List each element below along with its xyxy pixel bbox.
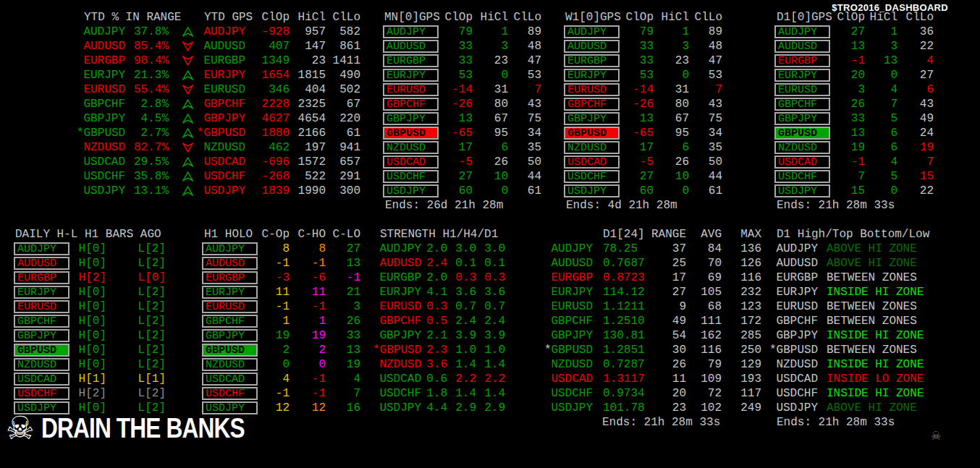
value-cell: 2228 <box>245 98 290 111</box>
value-cell: 7 <box>830 170 865 183</box>
pair-box[interactable]: GBPCHF <box>14 315 69 328</box>
pair-box[interactable]: GBPJPY <box>14 329 69 342</box>
pair-box[interactable]: USDCHF <box>774 170 830 183</box>
pair-box[interactable]: GBPCHF <box>564 98 620 111</box>
pair-box[interactable]: NZDUSD <box>383 141 439 154</box>
pair-box[interactable]: EURGBP <box>383 54 439 67</box>
pair-box[interactable]: GBPUSD <box>202 344 258 357</box>
pair-box[interactable]: EURJPY <box>774 69 830 82</box>
value-cell: 3.9 <box>476 329 505 342</box>
pair-box[interactable]: AUDJPY <box>564 25 620 38</box>
pair-label: USDCAD <box>77 156 125 169</box>
value-cell: -3 <box>258 271 290 284</box>
pair-box[interactable]: USDCAD <box>564 156 620 169</box>
pair-box[interactable]: USDJPY <box>774 184 830 197</box>
pair-box[interactable]: EURJPY <box>14 286 69 299</box>
pair-box[interactable]: AUDUSD <box>383 40 439 53</box>
pair-box[interactable]: USDJPY <box>564 184 620 197</box>
row-EURGBP: EURGBP332347 <box>564 54 722 68</box>
pair-box[interactable]: AUDUSD <box>14 257 69 270</box>
pair-box[interactable]: AUDUSD <box>202 257 258 270</box>
pair-box[interactable]: EURUSD <box>564 83 620 96</box>
value-cell: 0.8723 <box>593 271 644 284</box>
pair-box[interactable]: NZDUSD <box>14 358 69 371</box>
value-cell: L[2] <box>106 344 166 357</box>
pair-label: NZDUSD <box>778 142 817 154</box>
arrow-down-icon <box>169 85 193 95</box>
pair-box[interactable]: AUDJPY <box>14 242 69 255</box>
pair-box[interactable]: USDCHF <box>564 170 620 183</box>
row-USDCHF: USDCHF-268522291 <box>197 169 360 184</box>
row-USDJPY: USDJPYABOVE HI ZONE <box>769 401 941 415</box>
value-cell: 490 <box>326 69 360 82</box>
value-cell: 27 <box>644 286 686 299</box>
pair-box[interactable]: NZDUSD <box>564 141 620 154</box>
pair-box[interactable]: EURGBP <box>564 54 620 67</box>
pair-box[interactable]: EURJPY <box>564 69 620 82</box>
pair-box[interactable]: GBPUSD <box>383 127 439 140</box>
pair-label: USDCAD <box>373 373 421 386</box>
pair-box[interactable]: EURGBP <box>14 271 69 284</box>
value-cell: 300 <box>326 184 360 197</box>
pair-label: GBPUSD <box>386 127 426 140</box>
header-cell: MN[0]GPS <box>383 10 439 25</box>
pair-box[interactable]: USDJPY <box>383 184 439 197</box>
pair-box[interactable]: EURUSD <box>202 300 258 313</box>
value-cell: 16 <box>326 401 360 414</box>
pair-box[interactable]: EURUSD <box>774 83 830 96</box>
pair-box[interactable]: AUDJPY <box>202 242 258 255</box>
pair-box[interactable]: GBPJPY <box>383 112 439 125</box>
pair-box[interactable]: USDCAD <box>383 156 439 169</box>
value-cell: -5 <box>439 156 473 169</box>
pair-box[interactable]: EURUSD <box>14 300 69 313</box>
pair-box[interactable]: GBPJPY <box>774 112 830 125</box>
countdown-ends: Ends: 21h 28m 33s <box>774 198 934 213</box>
pair-label: EURGBP <box>386 55 426 67</box>
pair-box[interactable]: GBPCHF <box>774 98 830 111</box>
d1-zones-table: D1 High/Top Bottom/LowAUDJPYABOVE HI ZON… <box>769 227 941 430</box>
pair-box[interactable]: EURGBP <box>202 271 258 284</box>
header-cell: W1[0]GPS <box>564 10 620 25</box>
pair-box[interactable]: AUDJPY <box>774 25 830 38</box>
pair-box[interactable]: USDCAD <box>774 156 830 169</box>
pair-box[interactable]: EURJPY <box>383 69 439 82</box>
row-GBPJPY: GBPJPY33549 <box>774 111 934 126</box>
value-cell: 1990 <box>290 184 326 197</box>
pair-box[interactable]: EURGBP <box>774 54 830 67</box>
pair-box[interactable]: USDCHF <box>14 387 69 400</box>
pair-box[interactable]: GBPCHF <box>202 315 258 328</box>
pair-box[interactable]: GBPCHF <box>383 98 439 111</box>
pair-box[interactable]: AUDUSD <box>564 40 620 53</box>
pair-box[interactable]: AUDJPY <box>383 25 439 38</box>
pair-box[interactable]: GBPUSD <box>14 344 69 357</box>
pair-box[interactable]: USDCAD <box>202 373 258 386</box>
row-GBPUSD: GBPUSD-659534 <box>564 126 722 140</box>
pair-box[interactable]: GBPUSD <box>774 127 830 140</box>
value-cell: 6 <box>654 141 689 154</box>
value-cell: INSIDE HI ZONE <box>818 387 941 400</box>
pair-label: AUDUSD <box>206 258 245 270</box>
pair-box[interactable]: USDCHF <box>202 387 258 400</box>
value-cell: 0 <box>258 358 290 371</box>
pair-label: GBPCHF <box>77 98 125 111</box>
pair-label: EURJPY <box>769 286 818 299</box>
row-USDJPY: USDJPY60061 <box>564 184 722 198</box>
pair-box[interactable]: GBPUSD <box>564 127 620 140</box>
value-cell: 27 <box>620 170 654 183</box>
pair-box[interactable]: USDCHF <box>383 170 439 183</box>
pair-label: NZDUSD <box>769 358 818 371</box>
pair-box[interactable]: NZDUSD <box>202 358 258 371</box>
pair-box[interactable]: NZDUSD <box>774 141 830 154</box>
pair-box[interactable]: EURUSD <box>383 83 439 96</box>
pair-box[interactable]: AUDUSD <box>774 40 830 53</box>
pair-box[interactable]: GBPJPY <box>564 112 620 125</box>
value-cell: 13 <box>830 40 865 53</box>
pair-label: GBPCHF <box>567 98 607 111</box>
pair-box[interactable]: GBPJPY <box>202 329 258 342</box>
pair-label: AUDJPY <box>769 242 818 255</box>
value-cell: 2.8% <box>125 98 169 111</box>
pair-box[interactable]: USDCAD <box>14 373 69 386</box>
value-cell: 27 <box>897 69 934 82</box>
pair-box[interactable]: EURJPY <box>202 286 258 299</box>
value-cell: H[0] <box>69 344 106 357</box>
